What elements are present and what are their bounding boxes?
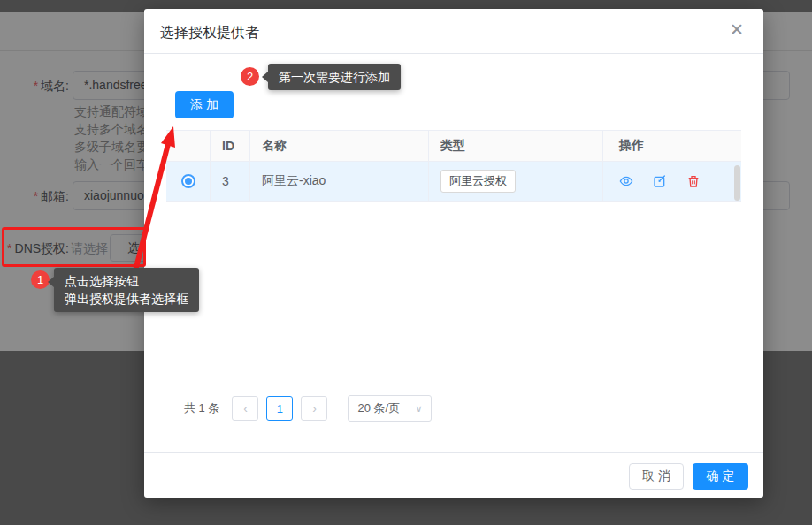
annotation-step1-tooltip: 点击选择按钮 弹出授权提供者选择框 — [54, 268, 199, 312]
provider-table: ID 名称 类型 操作 3 阿里云-xiao 阿里云授权 — [166, 130, 741, 202]
next-page-button[interactable]: › — [301, 396, 327, 421]
annotation-step2-badge: 2 — [241, 67, 259, 86]
select-auth-provider-dialog: 选择授权提供者 ✕ 添 加 ID 名称 类型 操作 3 阿里云-xiao 阿里云… — [144, 9, 763, 498]
ops-column-header: 操作 — [603, 131, 741, 161]
edit-icon[interactable] — [653, 174, 667, 188]
page-size-value: 20 条/页 — [357, 400, 400, 416]
prev-page-button[interactable]: ‹ — [232, 396, 258, 421]
confirm-button[interactable]: 确 定 — [693, 463, 748, 490]
annotation-step2-tooltip: 第一次需要进行添加 — [268, 64, 401, 90]
tooltip-line: 弹出授权提供者选择框 — [65, 290, 188, 308]
dialog-title: 选择授权提供者 — [160, 24, 259, 42]
page-size-select[interactable]: 20 条/页 ∨ — [348, 395, 432, 422]
row-ops-cell — [603, 162, 741, 201]
name-column-header: 名称 — [250, 131, 429, 161]
annotation-step1-badge: 1 — [31, 270, 50, 289]
annotation-highlight-rect — [2, 227, 146, 267]
tooltip-arrow-left — [262, 72, 268, 82]
view-icon[interactable] — [619, 174, 633, 188]
row-name-cell: 阿里云-xiao — [250, 162, 429, 201]
dialog-footer: 取 消 确 定 — [144, 452, 763, 498]
cancel-button[interactable]: 取 消 — [629, 463, 684, 490]
row-select-cell — [166, 162, 211, 201]
screenshot-stage: *域名: *.handsfree 支持通配符域名 支持多个域名、 多级子域名要分… — [0, 0, 812, 525]
chevron-down-icon: ∨ — [415, 403, 422, 415]
tooltip-line: 点击选择按钮 — [65, 272, 188, 290]
type-tag: 阿里云授权 — [440, 170, 516, 193]
radio-dot — [185, 178, 192, 185]
table-header-row: ID 名称 类型 操作 — [166, 130, 741, 162]
row-radio-selected[interactable] — [181, 174, 195, 188]
delete-icon[interactable] — [686, 174, 701, 188]
id-column-header: ID — [211, 131, 250, 161]
tooltip-arrow-left — [48, 277, 54, 287]
type-column-header: 类型 — [429, 131, 603, 161]
close-icon[interactable]: ✕ — [730, 21, 744, 38]
table-row[interactable]: 3 阿里云-xiao 阿里云授权 — [166, 162, 741, 202]
row-type-cell: 阿里云授权 — [429, 162, 603, 201]
tooltip-line: 第一次需要进行添加 — [279, 68, 390, 86]
page-number-button[interactable]: 1 — [266, 396, 293, 421]
row-id-cell: 3 — [211, 162, 250, 201]
pagination: 共 1 条 ‹ 1 › 20 条/页 ∨ — [184, 395, 432, 422]
select-column-header — [166, 131, 211, 161]
dialog-header: 选择授权提供者 ✕ — [144, 9, 763, 54]
pagination-total: 共 1 条 — [184, 400, 219, 416]
add-button[interactable]: 添 加 — [175, 91, 234, 118]
table-scrollbar-thumb[interactable] — [734, 165, 740, 201]
